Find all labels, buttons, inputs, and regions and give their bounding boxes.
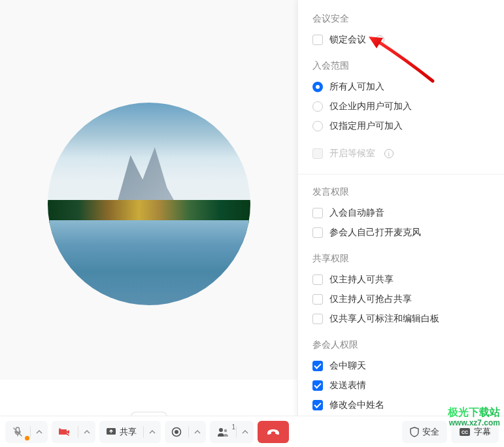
avatar xyxy=(48,103,250,305)
radio-icon xyxy=(312,101,323,112)
option-join-all[interactable]: 所有人可加入 xyxy=(312,81,490,93)
option-label: 仅企业内用户可加入 xyxy=(329,101,412,112)
mic-button-group xyxy=(5,421,48,443)
section-join-scope: 入会范围 所有人可加入 仅企业内用户可加入 仅指定用户可加入 开启等候室 xyxy=(312,60,490,159)
section-title: 入会范围 xyxy=(312,60,490,72)
phone-hangup-icon xyxy=(266,428,280,436)
participants-button-group: 1 xyxy=(210,421,254,443)
option-label: 入会自动静音 xyxy=(329,207,384,219)
checkbox-icon xyxy=(312,400,323,410)
option-label: 仅主持人可抢占共享 xyxy=(329,293,412,305)
option-label: 参会人自己打开麦克风 xyxy=(329,227,421,239)
section-title: 发言权限 xyxy=(312,186,490,198)
section-title: 参会人权限 xyxy=(312,339,490,351)
video-area xyxy=(0,0,297,447)
security-label: 安全 xyxy=(422,426,439,438)
chevron-up-icon xyxy=(242,430,248,434)
section-speak-permission: 发言权限 入会自动静音 参会人自己打开麦克风 xyxy=(312,186,490,239)
checkbox-icon xyxy=(312,380,323,391)
participants-count-badge: 1 xyxy=(231,423,235,431)
record-menu-caret[interactable] xyxy=(189,421,206,443)
option-label: 发送表情 xyxy=(329,380,366,391)
camera-off-icon xyxy=(58,427,71,437)
checkbox-icon xyxy=(312,274,323,285)
chevron-up-icon xyxy=(149,430,156,434)
option-auto-mute[interactable]: 入会自动静音 xyxy=(312,207,490,219)
checkbox-icon xyxy=(312,208,323,218)
option-label: 所有人可加入 xyxy=(329,81,384,93)
chevron-up-icon xyxy=(194,430,201,434)
option-join-enterprise[interactable]: 仅企业内用户可加入 xyxy=(312,101,490,112)
option-label: 锁定会议 xyxy=(329,34,366,46)
camera-button-group xyxy=(52,421,95,443)
end-call-button[interactable] xyxy=(258,421,289,443)
record-button[interactable] xyxy=(165,421,188,443)
info-icon[interactable] xyxy=(375,35,384,44)
radio-icon xyxy=(312,121,323,131)
security-button[interactable]: 安全 xyxy=(402,421,447,443)
svg-text:CC: CC xyxy=(462,430,468,435)
info-icon[interactable] xyxy=(384,149,394,158)
camera-button[interactable] xyxy=(52,421,78,443)
bottom-toolbar: 共享 1 安全 CC 字幕 xyxy=(0,416,504,447)
record-icon xyxy=(171,427,182,437)
share-label: 共享 xyxy=(120,426,137,438)
option-join-specific[interactable]: 仅指定用户可加入 xyxy=(312,120,490,132)
svg-point-4 xyxy=(219,428,223,432)
option-self-unmute[interactable]: 参会人自己打开麦克风 xyxy=(312,227,490,239)
checkbox-icon xyxy=(312,314,323,324)
checkbox-icon xyxy=(312,294,323,305)
option-label: 仅指定用户可加入 xyxy=(329,120,403,132)
participants-icon xyxy=(216,427,229,437)
participants-menu-caret[interactable] xyxy=(237,421,254,443)
share-screen-icon xyxy=(106,427,116,437)
option-label: 修改会中姓名 xyxy=(329,399,384,411)
option-label: 会中聊天 xyxy=(329,360,366,372)
option-chat[interactable]: 会中聊天 xyxy=(312,360,490,372)
camera-menu-caret[interactable] xyxy=(78,421,95,443)
svg-point-5 xyxy=(224,429,227,431)
checkbox-icon xyxy=(312,148,323,159)
record-button-group xyxy=(165,421,206,443)
option-label: 开启等候室 xyxy=(329,148,375,159)
checkbox-icon xyxy=(312,227,323,238)
section-share-permission: 共享权限 仅主持人可共享 仅主持人可抢占共享 仅共享人可标注和编辑白板 xyxy=(312,253,490,325)
section-meeting-security: 会议安全 锁定会议 xyxy=(312,13,490,46)
security-settings-panel: 会议安全 锁定会议 入会范围 所有人可加入 仅企业内用户可加入 仅指定用户可加入 xyxy=(297,0,504,447)
radio-icon xyxy=(312,82,323,92)
option-host-share[interactable]: 仅主持人可共享 xyxy=(312,274,490,286)
mic-menu-caret[interactable] xyxy=(31,421,48,443)
subtitle-button[interactable]: CC 字幕 xyxy=(451,421,499,443)
subtitle-icon: CC xyxy=(459,427,471,437)
option-label: 仅共享人可标注和编辑白板 xyxy=(329,313,439,325)
checkbox-icon xyxy=(312,35,323,45)
shield-icon xyxy=(410,427,419,437)
section-title: 会议安全 xyxy=(312,13,490,25)
option-rename[interactable]: 修改会中姓名 xyxy=(312,399,490,411)
option-lock-meeting[interactable]: 锁定会议 xyxy=(312,34,490,46)
option-label: 仅主持人可共享 xyxy=(329,274,394,286)
svg-point-3 xyxy=(175,430,178,434)
section-title: 共享权限 xyxy=(312,253,490,265)
divider xyxy=(298,174,504,174)
subtitle-label: 字幕 xyxy=(474,426,491,438)
share-button-group: 共享 xyxy=(99,421,161,443)
option-share-annotate[interactable]: 仅共享人可标注和编辑白板 xyxy=(312,313,490,325)
option-host-preempt[interactable]: 仅主持人可抢占共享 xyxy=(312,293,490,305)
share-button[interactable]: 共享 xyxy=(99,421,143,443)
warning-badge-icon xyxy=(25,436,29,440)
option-emoji[interactable]: 发送表情 xyxy=(312,380,490,391)
mic-off-icon xyxy=(12,426,24,438)
chevron-up-icon xyxy=(36,430,42,434)
option-waiting-room: 开启等候室 xyxy=(312,148,490,159)
chevron-up-icon xyxy=(84,430,90,434)
checkbox-icon xyxy=(312,361,323,371)
share-menu-caret[interactable] xyxy=(144,421,161,443)
